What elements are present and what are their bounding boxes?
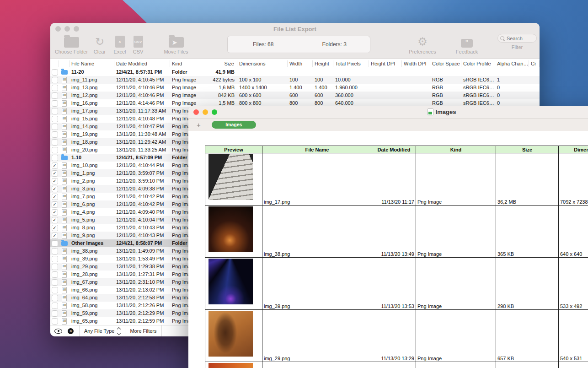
excel-export-button[interactable]: X Excel [110,34,130,54]
row-checkbox[interactable] [52,116,58,122]
feedback-button[interactable]: '' Feedback [450,34,483,54]
table-row[interactable]: 11-2012/4/21, 8:57:31 PMFolder41,9 MB [50,68,540,76]
cell [262,362,372,368]
table-row[interactable] [205,362,588,368]
row-checkbox[interactable] [52,92,58,99]
column-header[interactable] [59,60,69,67]
eye-icon[interactable] [54,329,62,334]
row-checkbox[interactable] [52,217,58,223]
row-checkbox[interactable] [52,209,58,216]
row-checkbox[interactable] [52,131,58,138]
search-input[interactable] [497,34,537,43]
column-header[interactable]: Alpha Chan… [495,60,529,67]
row-checkbox[interactable] [52,155,58,161]
row-checkbox[interactable] [52,170,58,177]
row-checkbox[interactable] [52,271,58,278]
row-checkbox[interactable] [52,100,58,107]
row-checkbox[interactable] [52,303,58,309]
file-type-dropdown[interactable]: Any File Type [79,325,125,336]
cell: img_7.png [69,193,114,200]
cell: img_1.png [69,169,114,177]
move-files-button[interactable]: ➤ Move Files [160,34,192,54]
table-row[interactable]: img_12.png12/11/20, 4:10:46 PMPng Image8… [50,92,540,99]
file-icon [62,209,67,216]
column-header[interactable]: Color Space [430,60,461,67]
row-checkbox[interactable] [52,310,58,317]
table-row[interactable]: img_11.png12/11/20, 4:10:45 PMPng Image4… [50,76,540,84]
row-checkbox[interactable] [52,240,58,247]
row-checkbox[interactable] [52,264,58,270]
column-header[interactable]: Preview [205,146,262,153]
cell: 11/13/20 11:17 [372,153,416,206]
choose-folder-button[interactable]: Choose Folder [50,34,92,54]
add-sheet-button[interactable]: + [197,121,201,128]
cell: 12/11/20, 4:10:44 PM [114,162,170,169]
row-checkbox[interactable] [52,279,58,286]
column-header[interactable]: Kind [170,60,211,67]
column-header[interactable]: Date Modified [372,146,416,153]
column-header[interactable] [50,60,59,67]
cell: sRGB IEC6… [461,92,495,99]
row-checkbox[interactable] [52,287,58,293]
clear-button[interactable]: ↻ Clear [88,34,111,54]
search-area: Filter [496,34,538,50]
row-checkbox[interactable] [52,201,58,208]
table-row[interactable]: img_39.png11/13/20 13:53Png Image298 KB5… [205,258,588,310]
more-filters-button[interactable]: More Filters [125,325,161,336]
cell: Folder [170,68,211,76]
column-header[interactable]: Width DPI [402,60,430,67]
column-header[interactable]: File Name [69,60,114,67]
column-header[interactable]: Kind [416,146,496,153]
gear-icon: ⚙ [417,36,428,48]
cell: img_17.png [69,107,114,115]
table-row[interactable]: img_29.png11/13/20 13:29Png Image657 KB5… [205,310,588,362]
column-header[interactable]: Total Pixels [333,60,369,67]
table-row[interactable]: img_38.png11/13/20 13:49Png Image365 KB6… [205,206,588,258]
row-checkbox[interactable] [52,162,58,169]
row-checkbox[interactable] [52,318,58,325]
row-checkbox[interactable] [52,108,58,114]
preferences-button[interactable]: ⚙ Preferences [404,34,441,54]
row-checkbox[interactable] [52,178,58,184]
cell: 0 [495,92,529,99]
table-row[interactable]: img_17.png11/13/20 11:17Png Image36,2 MB… [205,153,588,206]
column-header[interactable]: Width [288,60,313,67]
folders-count: Folders: 3 [299,41,370,48]
row-checkbox[interactable] [52,225,58,231]
row-checkbox[interactable] [52,139,58,146]
row-checkbox[interactable] [52,77,58,83]
cell: 540 x 531 [559,310,588,362]
column-header[interactable]: Dimensions [559,146,588,153]
row-checkbox[interactable] [52,256,58,262]
row-checkbox[interactable] [52,295,58,301]
table-row[interactable]: img_13.png12/11/20, 4:10:46 PMPng Image1… [50,84,540,92]
column-header[interactable]: Cr [529,60,540,67]
row-checkbox[interactable] [52,248,58,254]
file-icon [62,279,67,286]
cell: 13/11/20, 1:49:09 PM [114,247,170,255]
row-checkbox[interactable] [52,194,58,200]
column-header[interactable]: Color Profile [461,60,495,67]
column-header[interactable]: Size [211,60,237,67]
row-checkbox[interactable] [52,233,58,239]
column-header[interactable]: Dimensions [237,60,288,67]
file-icon [62,194,67,200]
row-checkbox[interactable] [52,124,58,130]
images-preview-window[interactable]: Images + Images PreviewFile NameDate Mod… [188,106,588,368]
csv-export-button[interactable]: CSV CSV [128,34,148,54]
row-checkbox[interactable] [52,69,58,76]
clear-filter-icon[interactable] [68,328,74,334]
column-header[interactable]: Height [313,60,333,67]
cell: 1-10 [69,154,114,162]
column-header[interactable]: Size [496,146,559,153]
cell [402,84,430,92]
column-header[interactable]: File Name [262,146,372,153]
thumbnail-sand-dune-image [208,311,253,357]
search-text-input[interactable] [506,35,535,42]
row-checkbox[interactable] [52,186,58,192]
row-checkbox[interactable] [52,85,58,91]
row-checkbox[interactable] [52,147,58,153]
column-header[interactable]: Height DPI [369,60,402,67]
column-header[interactable]: Date Modified [114,60,170,67]
tab-images[interactable]: Images [212,121,256,129]
